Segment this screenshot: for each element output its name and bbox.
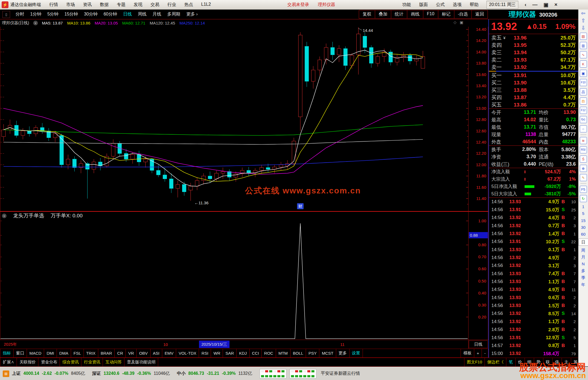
f5-icon[interactable]: F5 xyxy=(580,186,587,193)
period-tab-60分钟[interactable]: 60分钟 xyxy=(100,11,120,17)
panel-icon[interactable]: ▣ xyxy=(460,20,463,25)
tab-资金分布[interactable]: 资金分布 xyxy=(38,358,60,366)
tab-综合资讯[interactable]: 综合资讯 xyxy=(60,358,81,366)
strip-period-30[interactable]: 30 xyxy=(581,225,586,230)
menu-item-资讯[interactable]: 资讯 xyxy=(79,2,96,8)
tool-button-标记[interactable]: 标记 xyxy=(438,10,454,19)
chevron-down-icon[interactable]: ∨ xyxy=(2,214,7,218)
strip-period-15[interactable]: 15 xyxy=(581,218,586,223)
tab-关联报价[interactable]: 关联报价 xyxy=(17,358,38,366)
menu-item-行情[interactable]: 行情 xyxy=(45,2,62,8)
strip-period-60[interactable]: 60 xyxy=(581,232,586,236)
tab-CR[interactable]: CR xyxy=(115,349,126,357)
tab-DMA[interactable]: DMA xyxy=(57,349,71,357)
strip-period-月[interactable]: 月 xyxy=(581,255,585,259)
menu-item-数据[interactable]: 数据 xyxy=(96,2,113,8)
tab-VOL-TDX[interactable]: VOL-TDX xyxy=(176,349,199,357)
trend-chart-icon[interactable]: ∿ xyxy=(580,51,587,58)
chevron-down-icon[interactable]: ∨ xyxy=(33,21,38,25)
period-tab-分时[interactable]: 分时 xyxy=(13,11,27,17)
tab-SAR[interactable]: SAR xyxy=(223,349,237,357)
tab-指标[interactable]: 指标 xyxy=(0,349,14,357)
strip-period-季[interactable]: 季 xyxy=(581,275,585,280)
sell-row[interactable]: 卖四13.9552.3万 xyxy=(489,41,578,49)
market-minichart[interactable] xyxy=(260,369,286,378)
axis-period-label[interactable]: 日线 xyxy=(469,341,488,348)
tool-button-返回[interactable]: 返回 xyxy=(471,10,488,19)
period-tab-15分钟[interactable]: 15分钟 xyxy=(62,11,81,17)
index-quote[interactable]: 深证13240.6-48.39-0.36%11046亿 xyxy=(92,371,170,376)
tab-更多[interactable]: 更多 xyxy=(336,349,350,357)
tab-扩展∧[interactable]: 扩展∧ xyxy=(0,358,17,366)
strip-period-N[interactable]: N xyxy=(582,262,585,266)
back-icon[interactable]: ‹ xyxy=(522,2,529,8)
strip-period-5[interactable]: 5 xyxy=(582,211,584,216)
relation-icon[interactable]: 品 xyxy=(580,88,587,95)
buy-row[interactable]: 买二13.9010.6万 xyxy=(489,79,578,86)
menu-stock-shortcut[interactable]: 理邦仪器 xyxy=(314,2,340,8)
minimize-icon[interactable]: — xyxy=(529,2,540,8)
tab-互动问答[interactable]: 互动问答 xyxy=(103,358,124,366)
menu-item-市场[interactable]: 市场 xyxy=(62,2,79,8)
tab-RSI[interactable]: RSI xyxy=(199,349,211,357)
tab-CCI[interactable]: CCI xyxy=(250,349,262,357)
period-tab-多周期[interactable]: 多周期 xyxy=(164,11,183,17)
tab-BRAR[interactable]: BRAR xyxy=(98,349,115,357)
period-tab-更多 ›[interactable]: 更多 › xyxy=(183,11,201,17)
close-icon[interactable]: × xyxy=(551,2,560,8)
tab-窗口[interactable]: 窗口 xyxy=(14,349,27,357)
tab-MTM[interactable]: MTM xyxy=(276,349,290,357)
menu-item-交易[interactable]: 交易 xyxy=(146,2,163,8)
period-tab-日线[interactable]: 日线 xyxy=(120,11,135,17)
diamond-icon[interactable]: ◇ xyxy=(454,20,457,25)
buy-row[interactable]: 买五13.860.7万 xyxy=(489,101,578,108)
tab-笔[interactable]: 笔 xyxy=(506,358,516,366)
tab-ROC[interactable]: ROC xyxy=(262,349,276,357)
tab-WR[interactable]: WR xyxy=(211,349,223,357)
menu-item-选项[interactable]: 选项 xyxy=(449,2,466,8)
tab-TRIX[interactable]: TRIX xyxy=(84,349,98,357)
formula-icon[interactable]: f(x) xyxy=(580,116,587,123)
hotkey-grid-icon[interactable]: ⊞ xyxy=(3,370,9,377)
watchlist-icon[interactable]: 自 xyxy=(580,98,587,105)
tool-button-画线[interactable]: 画线 xyxy=(407,10,423,19)
scroll-down-icon[interactable]: ⇩ xyxy=(581,25,586,31)
multi-page-icon[interactable]: ▣ xyxy=(580,70,587,77)
tab-KDJ[interactable]: KDJ xyxy=(237,349,249,357)
circle-tool-icon[interactable]: ○ xyxy=(580,125,587,132)
tab-PSY[interactable]: PSY xyxy=(306,349,319,357)
tool-button-复权[interactable]: 复权 xyxy=(359,10,375,19)
buy-row[interactable]: 买一13.9110.0万 xyxy=(489,72,578,79)
period-tab-月线[interactable]: 月线 xyxy=(149,11,164,17)
tab-图文F10[interactable]: 图文F10 xyxy=(464,358,485,366)
refresh-icon[interactable]: ↻ xyxy=(580,195,587,202)
back-arrow-icon[interactable]: ⇦ xyxy=(581,11,586,16)
rsi-icon[interactable]: RSI xyxy=(580,146,587,153)
menu-item-专题[interactable]: 专题 xyxy=(113,2,130,8)
market-minichart[interactable] xyxy=(290,369,316,378)
menu-item-行业[interactable]: 行业 xyxy=(163,2,180,8)
buy-row[interactable]: 买四13.874.4万 xyxy=(489,94,578,101)
ranking-list-icon[interactable]: ▥ xyxy=(580,42,587,49)
pencil-icon[interactable]: ✎ xyxy=(580,174,587,181)
sell-row[interactable]: 卖一13.9234.7万 xyxy=(489,63,578,71)
sell-row[interactable]: 卖五¥13.9625.0万 xyxy=(489,34,578,41)
index-quote[interactable]: 中小8046.73-31.21-0.39%1132亿 xyxy=(177,371,252,376)
strip-period-日[interactable]: 日 xyxy=(578,239,588,245)
strip-period-多[interactable]: 多 xyxy=(581,268,585,273)
period-tab-30分钟[interactable]: 30分钟 xyxy=(81,11,101,17)
quote-report-icon[interactable]: ▤ xyxy=(580,33,587,40)
tab-MCST[interactable]: MCST xyxy=(319,349,336,357)
indicator-panel[interactable]: ∨ 龙头万手单选 万手单X: 0.00 1.000.880.800.700.60… xyxy=(0,211,488,340)
sell-row[interactable]: 卖二13.9367.1万 xyxy=(489,56,578,63)
menu-item-发现[interactable]: 发现 xyxy=(130,2,146,8)
tab-ASI[interactable]: ASI xyxy=(151,349,162,357)
tab-BOLL[interactable]: BOLL xyxy=(290,349,306,357)
index-quote[interactable]: 上证4000.14-2.62-0.07%8405亿 xyxy=(12,371,85,376)
tab-行业资讯[interactable]: 行业资讯 xyxy=(81,358,103,366)
tool-button-叠加[interactable]: 叠加 xyxy=(375,10,391,19)
f10-icon[interactable]: F10 xyxy=(580,79,587,86)
multi-line-icon[interactable]: ≋ xyxy=(580,137,587,144)
tab-DMI[interactable]: DMI xyxy=(44,349,57,357)
menu-item-公式[interactable]: 公式 xyxy=(432,2,449,8)
